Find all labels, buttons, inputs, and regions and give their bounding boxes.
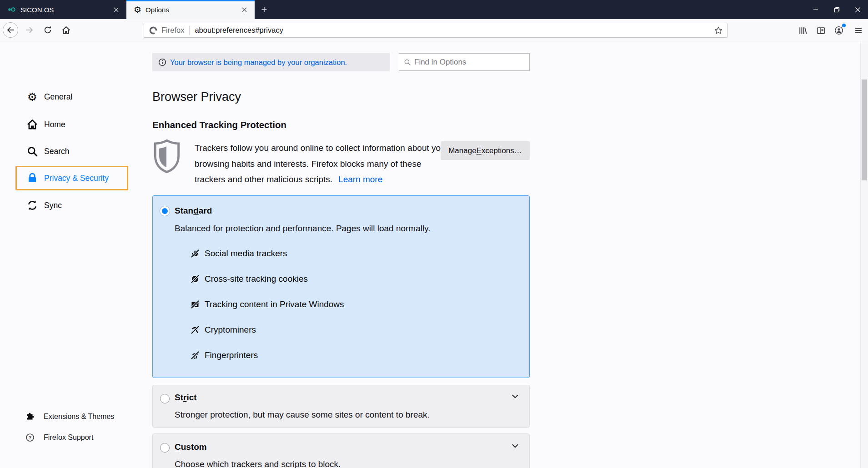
- gear-icon: ⚙: [134, 5, 141, 14]
- scrollbar-thumb[interactable]: [862, 80, 867, 180]
- hamburger-icon: [854, 26, 863, 35]
- sidebar-icon: [816, 26, 826, 35]
- find-in-options-box[interactable]: [399, 53, 530, 71]
- strict-option-label: Strict: [175, 393, 197, 403]
- sidebar-item-label: Search: [44, 147, 69, 156]
- find-in-options-input[interactable]: [414, 58, 519, 67]
- strict-radio[interactable]: [160, 394, 170, 403]
- managed-notice-text: Your browser is being managed by your or…: [170, 58, 347, 67]
- url-bar[interactable]: Firefox about:preferences#privacy: [144, 23, 728, 38]
- back-button[interactable]: [3, 22, 18, 38]
- blocked-item-fingerprinters: Fingerprinters: [191, 350, 258, 360]
- home-icon: [26, 119, 39, 130]
- sidebar-item-general[interactable]: ⚙ General: [15, 85, 128, 109]
- home-icon: [61, 25, 71, 35]
- account-button[interactable]: [833, 25, 844, 36]
- blocked-item-label: Cross-site tracking cookies: [205, 274, 308, 284]
- minimize-button[interactable]: [805, 0, 826, 19]
- fingerprinter-blocked-icon: [191, 351, 200, 360]
- reload-button[interactable]: [40, 22, 55, 38]
- social-tracker-blocked-icon: [191, 249, 200, 258]
- account-icon: [834, 25, 844, 35]
- firefox-logo-icon: [149, 26, 158, 35]
- shield-icon: [153, 139, 181, 174]
- button-label-part: xceptions…: [482, 146, 522, 155]
- identity-label: Firefox: [161, 26, 184, 35]
- close-window-button[interactable]: [847, 0, 868, 19]
- etp-standard-panel[interactable]: Standard Balanced for protection and per…: [152, 195, 530, 378]
- section-title: Enhanced Tracking Protection: [152, 119, 286, 130]
- divider: [189, 26, 190, 35]
- chevron-down-icon[interactable]: [512, 394, 518, 399]
- etp-description: Trackers follow you around online to col…: [195, 140, 449, 188]
- sidebar-footer-label: Extensions & Themes: [44, 413, 114, 421]
- minimize-icon: [813, 7, 818, 12]
- blocked-item-label: Social media trackers: [205, 249, 287, 259]
- blocked-item-label: Cryptominers: [205, 325, 256, 335]
- sidebar-footer-label: Firefox Support: [44, 433, 93, 442]
- restore-icon: [834, 7, 840, 13]
- custom-radio[interactable]: [160, 443, 170, 453]
- sidebar-item-label: Sync: [44, 201, 62, 210]
- sidebar-toggle-button[interactable]: [815, 25, 826, 36]
- svg-text:?: ?: [29, 435, 32, 440]
- gear-icon: ⚙: [26, 91, 39, 103]
- plus-icon: [261, 6, 268, 13]
- blocked-item-social-media-trackers: Social media trackers: [191, 249, 287, 259]
- tracking-content-blocked-icon: [191, 300, 200, 309]
- library-button[interactable]: [797, 25, 808, 36]
- standard-radio[interactable]: [160, 206, 170, 216]
- page-scrollbar[interactable]: [860, 42, 868, 468]
- button-accesskey: E: [477, 146, 482, 155]
- reload-icon: [43, 25, 52, 35]
- blocked-item-label: Fingerprinters: [205, 350, 258, 360]
- custom-option-description: Choose which trackers and scripts to blo…: [175, 459, 341, 468]
- etp-description-text: Trackers follow you around online to col…: [195, 143, 448, 184]
- close-icon: [855, 7, 861, 13]
- titlebar: SICON.OS ⚙ Options: [0, 0, 868, 19]
- puzzle-icon: [25, 412, 35, 421]
- manage-exceptions-button[interactable]: Manage Exceptions…: [441, 141, 530, 160]
- sidebar-item-label: General: [44, 92, 72, 102]
- tab-options[interactable]: ⚙ Options: [126, 0, 255, 19]
- cryptominer-blocked-icon: [191, 325, 200, 334]
- etp-strict-panel[interactable]: Strict Stronger protection, but may caus…: [152, 385, 530, 428]
- etp-custom-panel[interactable]: Custom Choose which trackers and scripts…: [152, 433, 530, 468]
- forward-button[interactable]: [22, 22, 37, 38]
- question-icon: ?: [25, 433, 35, 442]
- blocked-item-cryptominers: Cryptominers: [191, 325, 256, 335]
- new-tab-button[interactable]: [255, 0, 274, 19]
- tab-sicon-os[interactable]: SICON.OS: [0, 0, 126, 19]
- sidebar-item-label: Home: [44, 120, 65, 129]
- sidebar-item-label: Privacy & Security: [44, 174, 109, 183]
- close-tab-icon[interactable]: [239, 5, 249, 15]
- bookmark-star-icon[interactable]: [714, 26, 723, 35]
- learn-more-link[interactable]: Learn more: [338, 174, 382, 184]
- blocked-item-cross-site-cookies: Cross-site tracking cookies: [191, 274, 308, 284]
- sidebar-item-privacy-security[interactable]: Privacy & Security: [15, 166, 128, 190]
- sidebar-item-home[interactable]: Home: [15, 112, 128, 137]
- lock-icon: [26, 172, 39, 184]
- restore-button[interactable]: [826, 0, 847, 19]
- chevron-down-icon[interactable]: [512, 444, 518, 448]
- sidebar-item-extensions-themes[interactable]: Extensions & Themes: [15, 408, 134, 426]
- custom-option-label: Custom: [175, 442, 207, 452]
- sidebar-item-firefox-support[interactable]: ? Firefox Support: [15, 428, 134, 447]
- back-arrow-icon: [6, 25, 15, 35]
- window-controls: [805, 0, 868, 19]
- url-text[interactable]: about:preferences#privacy: [195, 26, 714, 35]
- tab-title: Options: [146, 6, 239, 14]
- close-tab-icon[interactable]: [111, 5, 121, 15]
- button-label-part: Manage: [448, 146, 476, 155]
- tab-title: SICON.OS: [20, 6, 111, 14]
- sidebar-item-search[interactable]: Search: [15, 139, 128, 164]
- navigation-toolbar: Firefox about:preferences#privacy: [0, 19, 868, 41]
- forward-arrow-icon: [25, 25, 34, 35]
- titlebar-drag-area: [274, 0, 805, 19]
- sicon-logo-icon: [7, 5, 16, 14]
- managed-by-organization-notice[interactable]: Your browser is being managed by your or…: [152, 53, 390, 71]
- home-button[interactable]: [58, 22, 74, 38]
- sync-icon: [26, 199, 39, 211]
- menu-button[interactable]: [853, 25, 864, 36]
- sidebar-item-sync[interactable]: Sync: [15, 193, 128, 218]
